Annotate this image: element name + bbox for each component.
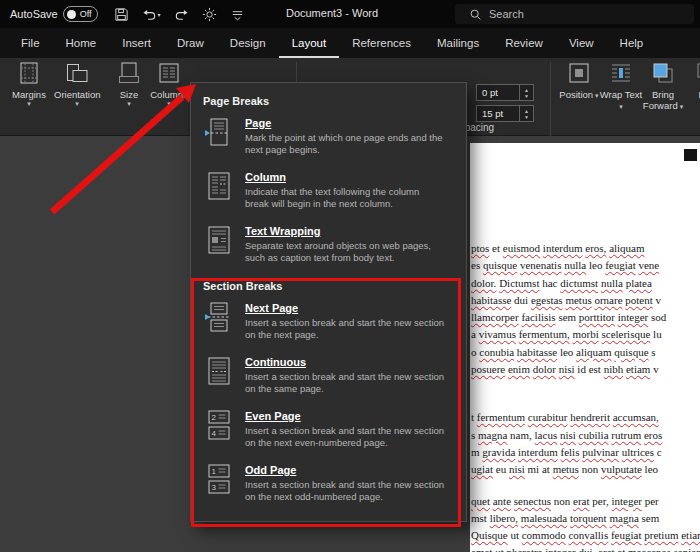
more-commands-icon[interactable] [230, 7, 245, 22]
window-title: Document3 - Word [252, 7, 412, 19]
svg-text:4: 4 [212, 429, 217, 438]
breaks-menu-item-page[interactable]: PageMark the point at which one page end… [191, 112, 466, 166]
size-icon [117, 61, 141, 85]
menu-item-description: Mark the point at which one page ends an… [245, 132, 445, 156]
document-line: ugiat eu nisi mi at metus non vulputate … [471, 461, 700, 478]
menu-item-description: Insert a section break and start the new… [245, 317, 445, 341]
document-line: Quisque ut commodo convallis feugiat pre… [471, 527, 700, 544]
spacing-after-spinbox[interactable]: 15 pt ▲▼ [476, 105, 534, 122]
brightness-icon[interactable] [202, 7, 217, 22]
orientation-icon [65, 61, 89, 85]
even-page-break-icon: 24 [204, 410, 234, 440]
spinner-arrows-icon[interactable]: ▲▼ [519, 106, 533, 121]
menu-item-description: Indicate that the text following the col… [245, 186, 445, 210]
document-line: o conubia habitasse leo aliquam quisque … [471, 344, 700, 361]
spinner-arrows-icon[interactable]: ▲▼ [519, 85, 533, 100]
breaks-menu-item-text-wrapping[interactable]: Text WrappingSeparate text around object… [191, 220, 466, 274]
menu-item-title: Continuous [245, 356, 445, 368]
menu-item-description: Insert a section break and start the new… [245, 425, 445, 449]
breaks-menu-item-next-page[interactable]: Next PageInsert a section break and star… [191, 297, 466, 351]
search-icon [469, 8, 482, 21]
menu-section-header: Page Breaks [191, 89, 466, 112]
button-label: Columns [146, 89, 192, 100]
clipped-button-ba[interactable]: Ba ▾ [684, 61, 700, 100]
breaks-menu-item-continuous[interactable]: ContinuousInsert a section break and sta… [191, 351, 466, 405]
undo-icon [142, 7, 157, 22]
continuous-break-icon [204, 356, 234, 386]
tab-mailings[interactable]: Mailings [424, 28, 492, 58]
wrap-text-button[interactable]: Wrap Text ▾ [598, 61, 644, 111]
text-wrapping-break-icon [204, 225, 234, 255]
button-label: Orientation [54, 89, 100, 100]
page-break-icon [204, 117, 234, 147]
breaks-menu-item-even-page[interactable]: 24Even PageInsert a section break and st… [191, 405, 466, 459]
svg-text:2: 2 [212, 413, 217, 422]
titlebar: AutoSave Off ▾ Document3 - Word Sea [0, 0, 700, 28]
document-line: m gravida interdum felis pulvinar ultric… [471, 444, 700, 461]
svg-text:1: 1 [212, 467, 217, 476]
tab-review[interactable]: Review [492, 28, 556, 58]
document-line: posuere enim dolor nisi id est nibh etia… [471, 361, 700, 378]
button-label: Bring Forward ▾ [640, 89, 686, 111]
breaks-menu-item-odd-page[interactable]: 13Odd PageInsert a section break and sta… [191, 459, 466, 513]
document-line: mst libero, malesuada torquent magna sem [471, 510, 700, 527]
column-break-icon [204, 171, 234, 201]
menu-item-title: Next Page [245, 302, 445, 314]
spacing-before-spinbox[interactable]: 0 pt ▲▼ [476, 84, 534, 101]
autosave-switch[interactable]: Off [63, 6, 98, 22]
undo-button[interactable]: ▾ [142, 7, 161, 22]
quick-access-toolbar: ▾ [114, 7, 245, 22]
save-icon[interactable] [114, 7, 129, 22]
tab-references[interactable]: References [339, 28, 424, 58]
chevron-down-icon: ▾ [158, 11, 161, 18]
autosave-state: Off [80, 9, 92, 19]
toggle-knob-icon [67, 10, 76, 19]
tab-layout[interactable]: Layout [279, 28, 340, 58]
spacing-after-value: 15 pt [482, 108, 503, 119]
svg-text:3: 3 [212, 483, 217, 492]
tab-draw[interactable]: Draw [164, 28, 217, 58]
menu-item-description: Separate text around objects on web page… [245, 240, 445, 264]
button-label: Margins [6, 89, 52, 100]
document-line: llamcorper facilisis sem porttitor integ… [471, 309, 700, 326]
breaks-menu-item-column[interactable]: ColumnIndicate that the text following t… [191, 166, 466, 220]
spacing-before-value: 0 pt [482, 87, 498, 98]
tab-home[interactable]: Home [53, 28, 110, 58]
breaks-menu: Page BreaksPageMark the point at which o… [190, 82, 467, 522]
menu-item-title: Odd Page [245, 464, 445, 476]
document-line: t fermentum curabitur hendrerit accumsan… [471, 409, 700, 426]
autosave-toggle[interactable]: AutoSave Off [10, 6, 98, 22]
position-icon [567, 61, 591, 85]
page-top-right-marker [684, 149, 697, 161]
position-button[interactable]: Position ▾ [556, 61, 602, 100]
document-line: a vivamus fermentum, morbi scelerisque l… [471, 326, 700, 343]
button-label: Wrap Text ▾ [598, 89, 644, 111]
menu-item-title: Text Wrapping [245, 225, 445, 237]
next-page-break-icon [204, 302, 234, 332]
tab-insert[interactable]: Insert [109, 28, 164, 58]
menu-item-description: Insert a section break and start the new… [245, 479, 445, 503]
autosave-label: AutoSave [10, 8, 58, 20]
send-backward-icon [695, 61, 700, 85]
menu-item-description: Insert a section break and start the new… [245, 371, 445, 395]
redo-icon[interactable] [174, 7, 189, 22]
tab-view[interactable]: View [556, 28, 607, 58]
bring-forward-icon [651, 61, 675, 85]
tab-file[interactable]: File [8, 28, 53, 58]
document-line: s magna nam, lacus nisi cubilia rutrum e… [471, 427, 700, 444]
document-page[interactable]: ptos et euismod interdum eros, aliquames… [470, 143, 700, 552]
menu-item-title: Even Page [245, 410, 445, 422]
menu-item-title: Page [245, 117, 445, 129]
margins-button[interactable]: Margins▾ [6, 61, 52, 108]
tab-help[interactable]: Help [607, 28, 657, 58]
document-line: dolor. Dictumst hac dictumst nulla plate… [471, 275, 700, 292]
columns-button[interactable]: Columns▾ [146, 61, 192, 108]
tab-design[interactable]: Design [217, 28, 279, 58]
search-input[interactable]: Search [455, 4, 694, 24]
bring-forward-button[interactable]: Bring Forward ▾ [640, 61, 686, 111]
orientation-button[interactable]: Orientation▾ [54, 61, 100, 108]
wrap-text-icon [609, 61, 633, 85]
search-placeholder: Search [489, 8, 524, 20]
breaks-menu-sections: Page BreaksPageMark the point at which o… [191, 89, 466, 513]
ribbon-tabs: FileHomeInsertDrawDesignLayoutReferences… [0, 28, 700, 58]
